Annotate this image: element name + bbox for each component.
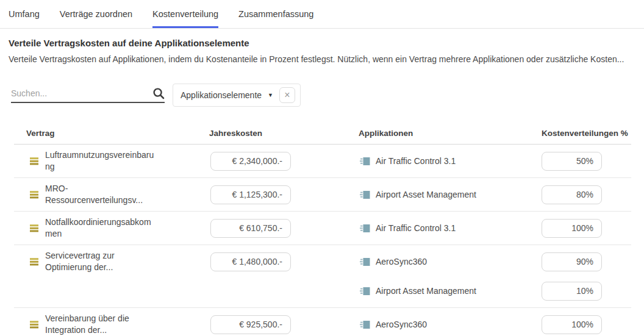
contract-name: Notfallkoordinierungsabkommen [45, 216, 156, 240]
column-header-contract: Vertrag [14, 129, 209, 138]
type-filter-dropdown[interactable]: Applikationselemente ▼ × [173, 84, 301, 107]
annual-cost-input[interactable] [210, 152, 291, 171]
allocation-percent-input[interactable] [542, 282, 602, 301]
allocation-percent-input[interactable] [542, 315, 602, 334]
application-icon [360, 157, 370, 166]
column-header-allocation: Kostenverteilungen % [542, 129, 631, 138]
page-title: Verteile Vertragskosten auf deine Applik… [9, 38, 635, 48]
clear-filter-button[interactable]: × [279, 87, 295, 103]
contract-icon [29, 320, 39, 329]
page-description: Verteile Vertragskosten auf Applikatione… [9, 54, 635, 64]
search-icon[interactable] [152, 87, 165, 99]
tab-kostenverteilung[interactable]: Kostenverteilung [152, 0, 218, 28]
column-header-applications: Applikationen [359, 129, 542, 138]
annual-cost-input[interactable] [210, 252, 291, 271]
search-input[interactable] [11, 88, 148, 98]
table-row: Luftraumnutzungsvereinbarung Air Traffic… [14, 145, 631, 178]
allocation-percent-input[interactable] [542, 219, 602, 238]
search-box [11, 87, 165, 103]
application-icon [360, 224, 370, 233]
annual-cost-input[interactable] [210, 315, 291, 334]
application-icon [360, 320, 370, 329]
application-icon [360, 257, 370, 266]
chevron-down-icon: ▼ [268, 92, 273, 98]
tab-umfang[interactable]: Umfang [9, 0, 40, 28]
contract-name: Vereinbarung über die Integration der... [45, 313, 156, 336]
application-name: Air Traffic Control 3.1 [376, 156, 456, 166]
wizard-tabbar: Umfang Verträge zuordnen Kostenverteilun… [0, 0, 644, 29]
annual-cost-input[interactable] [210, 185, 291, 204]
tab-zusammenfassung[interactable]: Zusammenfassung [238, 0, 313, 28]
type-filter-label: Applikationselemente [181, 90, 262, 100]
application-name: Airport Asset Management [376, 190, 476, 199]
application-icon [360, 287, 370, 296]
application-name: AeroSync360 [376, 257, 427, 266]
table-header-row: Vertrag Jahreskosten Applikationen Koste… [14, 121, 631, 145]
allocation-percent-input[interactable] [542, 185, 602, 204]
contract-icon [29, 157, 39, 166]
contract-name: MRO-Ressourcenverteilungsv... [45, 183, 156, 206]
contract-icon [29, 257, 39, 266]
application-name: AeroSync360 [376, 320, 427, 329]
allocation-percent-input[interactable] [542, 152, 602, 171]
contract-name: Luftraumnutzungsvereinbarung [45, 149, 156, 173]
contract-name: Servicevertrag zur Optimierung der... [45, 250, 156, 273]
table-row: Notfallkoordinierungsabkommen Air Traffi… [14, 212, 631, 245]
contract-icon [29, 190, 39, 199]
filter-row: Applikationselemente ▼ × [11, 84, 644, 107]
application-name: Air Traffic Control 3.1 [376, 223, 456, 233]
cost-allocation-table: Vertrag Jahreskosten Applikationen Koste… [14, 121, 631, 336]
table-row: MRO-Ressourcenverteilungsv... Airport As… [14, 178, 631, 212]
application-icon [360, 190, 370, 199]
table-row: Servicevertrag zur Optimierung der... Ae… [14, 245, 631, 308]
allocation-percent-input[interactable] [542, 252, 602, 271]
annual-cost-input[interactable] [210, 219, 291, 238]
contract-icon [29, 224, 39, 233]
column-header-annual-cost: Jahreskosten [209, 129, 359, 138]
tab-vertraege-zuordnen[interactable]: Verträge zuordnen [60, 0, 132, 28]
application-name: Airport Asset Management [376, 286, 476, 296]
table-row: Vereinbarung über die Integration der...… [14, 308, 631, 336]
